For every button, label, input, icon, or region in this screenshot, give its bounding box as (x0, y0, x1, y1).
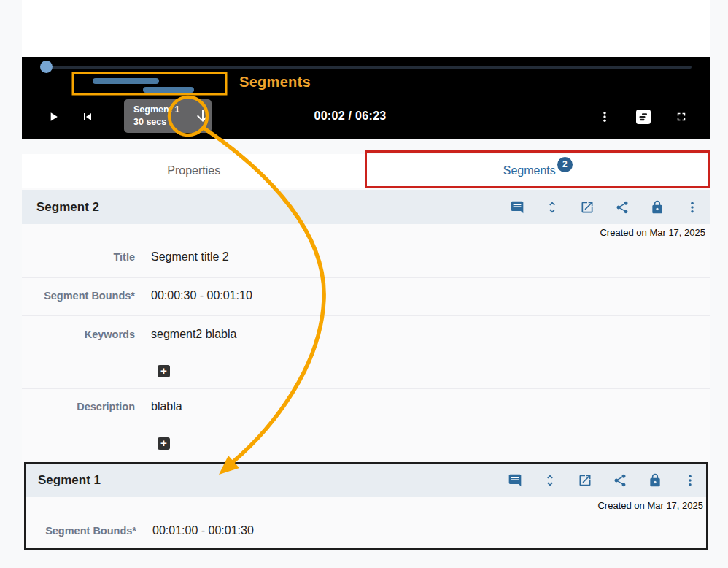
segment2-header: Segment 2 (22, 190, 710, 224)
field-value-segment-bounds[interactable]: 00:00:30 - 00:01:10 (151, 289, 252, 302)
segments-count-badge: 2 (557, 157, 573, 172)
tab-properties[interactable]: Properties (22, 154, 366, 188)
play-button[interactable] (46, 110, 61, 124)
segment1-title: Segment 1 (38, 464, 101, 497)
lock-icon[interactable] (650, 200, 665, 215)
segment1-created-on: Created on Mar 17, 2025 (597, 500, 703, 511)
timeline-segment-bar-2[interactable] (143, 87, 194, 93)
segment2-actions (510, 190, 700, 224)
timeline-segment-bar-1[interactable] (93, 78, 159, 84)
more-vertical-icon[interactable] (685, 200, 700, 215)
progress-track[interactable] (45, 66, 692, 69)
field-value-segment-bounds[interactable]: 00:01:00 - 00:01:30 (152, 524, 254, 537)
segment-tooltip: Segment 1 30 secs (124, 99, 212, 133)
fullscreen-icon (675, 110, 688, 123)
segment1-actions (508, 464, 697, 497)
add-keyword-button[interactable]: + (158, 365, 170, 377)
subtitles-button[interactable] (635, 109, 651, 125)
more-vertical-icon (598, 110, 611, 123)
segment1-header: Segment 1 (26, 464, 706, 497)
unfold-more-icon[interactable] (545, 200, 559, 215)
skip-previous-button[interactable] (80, 110, 95, 124)
segment-tooltip-text: Segment 1 30 secs (133, 104, 179, 128)
video-frame[interactable] (22, 0, 710, 57)
field-label-description: Description (22, 401, 135, 412)
subtitles-icon (635, 109, 651, 125)
field-value-keywords[interactable]: segment2 blabla (151, 328, 236, 341)
playhead-knob[interactable] (40, 61, 53, 73)
lock-icon[interactable] (648, 473, 662, 488)
field-label-segment-bounds: Segment Bounds* (22, 290, 135, 302)
page: Segments Segment 1 30 secs 00:02 / 06:23 (0, 0, 728, 568)
unfold-more-icon[interactable] (543, 473, 557, 488)
video-player-controls: Segments Segment 1 30 secs 00:02 / 06:23 (22, 57, 710, 139)
share-icon[interactable] (613, 473, 627, 488)
tab-bar: Properties Segments 2 (22, 154, 710, 188)
field-label-keywords: Keywords (22, 329, 135, 340)
field-value-title[interactable]: Segment title 2 (151, 250, 229, 264)
field-value-description[interactable]: blabla (151, 400, 182, 413)
player-more-options-button[interactable] (598, 110, 611, 123)
skip-previous-icon (80, 110, 95, 124)
open-in-new-icon[interactable] (578, 473, 592, 488)
segment2-created-on: Created on Mar 17, 2025 (600, 227, 705, 238)
field-label-segment-bounds: Segment Bounds* (26, 525, 136, 537)
share-icon[interactable] (615, 200, 630, 215)
more-vertical-icon[interactable] (683, 473, 697, 488)
fullscreen-button[interactable] (675, 110, 688, 123)
comment-icon[interactable] (508, 473, 522, 488)
comment-icon[interactable] (510, 200, 524, 215)
time-display: 00:02 / 06:23 (299, 110, 401, 123)
field-label-title: Title (22, 251, 135, 263)
open-in-new-icon[interactable] (580, 200, 595, 215)
content-column: Segments Segment 1 30 secs 00:02 / 06:23 (22, 0, 710, 568)
divider (22, 388, 710, 389)
segments-overlay-title: Segments (239, 74, 311, 91)
tab-segments[interactable]: Segments 2 (366, 154, 710, 188)
segment-tooltip-duration: 30 secs (133, 116, 179, 128)
divider (22, 315, 710, 316)
play-icon (46, 110, 61, 124)
tab-properties-label: Properties (167, 164, 220, 177)
segment1-card: Segment 1 Created on Mar 17, 2025 Segmen… (24, 462, 708, 550)
scroll-to-segment-button[interactable] (194, 107, 212, 125)
arrow-down-icon (194, 115, 212, 127)
divider (22, 277, 710, 278)
segment-tooltip-title: Segment 1 (133, 104, 179, 116)
tab-segments-label: Segments (503, 164, 556, 177)
segment2-title: Segment 2 (36, 190, 99, 224)
add-description-button[interactable]: + (158, 437, 170, 450)
